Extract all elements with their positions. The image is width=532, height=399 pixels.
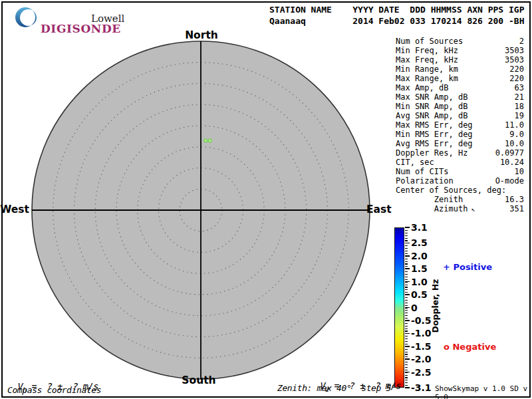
- colorbar-tick-label: 0.5: [411, 289, 428, 300]
- colorbar-tick-label: -2.5: [411, 367, 432, 378]
- skymap-plot: [0, 0, 532, 399]
- colorbar-tick-label: 0: [411, 303, 418, 313]
- colorbar-major-tick: [405, 255, 410, 257]
- colorbar-tick-label: 1.0: [411, 277, 428, 287]
- colorbar-major-tick: [405, 333, 410, 334]
- colorbar-major-tick: [405, 243, 410, 244]
- version-text: ShowSkymap v 1.0 SD v 5.0: [435, 384, 532, 399]
- coordinate-system-note: Compass coordinates: [7, 385, 101, 395]
- colorbar-major-tick: [405, 227, 410, 228]
- zenith-range-note: Zenith: max 40° step 5°: [277, 383, 396, 393]
- legend-positive: + Positive: [443, 262, 492, 272]
- colorbar-axis-title: Doppler, Hz: [430, 279, 440, 333]
- compass-label-north: North: [185, 29, 218, 41]
- colorbar-tick-label: 1.5: [411, 263, 428, 274]
- colorbar-tick-label: 2.5: [411, 237, 428, 248]
- colorbar-tick-label: -1.5: [411, 341, 432, 352]
- colorbar-major-tick: [405, 307, 410, 309]
- source-point: [204, 139, 207, 142]
- compass-label-west: West: [0, 203, 29, 215]
- legend-negative: o Negative: [444, 342, 496, 352]
- colorbar-major-tick: [405, 372, 410, 373]
- colorbar-major-tick: [405, 294, 410, 295]
- colorbar-tick-label: -2.0: [411, 354, 432, 364]
- colorbar-tick-label: -1.0: [411, 328, 432, 338]
- colorbar-major-tick: [405, 387, 410, 388]
- colorbar-major-tick: [405, 281, 410, 283]
- colorbar-tick-label: 2.0: [411, 251, 428, 261]
- colorbar-tick-label: 3.1: [411, 222, 428, 233]
- colorbar-tick-label: -0.5: [411, 315, 432, 326]
- colorbar-major-tick: [405, 346, 410, 347]
- compass-label-south: South: [182, 374, 215, 386]
- colorbar-major-tick: [405, 268, 410, 269]
- compass-label-east: East: [366, 203, 392, 215]
- colorbar-major-tick: [405, 358, 410, 360]
- source-point: [208, 139, 211, 142]
- doppler-colorbar: [394, 227, 404, 388]
- colorbar-major-tick: [405, 320, 410, 321]
- colorbar-tick-label: -3.1: [411, 382, 432, 393]
